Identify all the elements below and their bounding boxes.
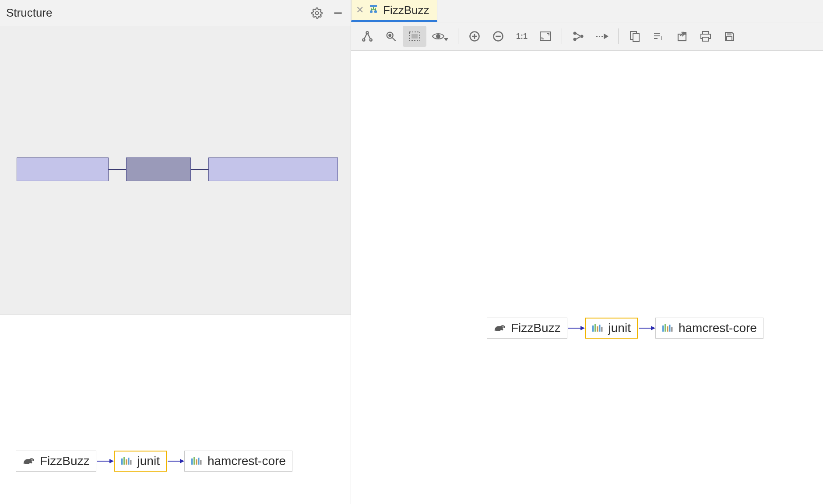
copy-button[interactable] — [623, 26, 647, 47]
overview-connector — [109, 169, 126, 170]
svg-marker-31 — [444, 38, 448, 41]
dependency-arrow-icon — [167, 457, 184, 466]
fit-window-button[interactable] — [534, 26, 557, 47]
toolbar-separator — [458, 28, 458, 44]
svg-marker-42 — [604, 34, 608, 38]
editor-toolbar: 1:1 — [351, 22, 823, 51]
library-icon — [592, 323, 604, 333]
dependency-node-fizzbuzz[interactable]: FizzBuzz — [487, 318, 567, 339]
svg-rect-62 — [601, 327, 603, 332]
svg-marker-21 — [375, 7, 376, 9]
svg-point-30 — [436, 35, 440, 38]
dependency-node-hamcrest-core[interactable]: hamcrest-core — [184, 451, 292, 472]
overview-connector — [191, 169, 208, 170]
overview-node[interactable] — [17, 158, 109, 181]
svg-point-2 — [32, 459, 32, 460]
gradle-icon — [22, 456, 35, 466]
svg-point-24 — [370, 39, 372, 41]
svg-point-38 — [574, 32, 576, 35]
dependency-node-junit[interactable]: junit — [585, 318, 638, 339]
gradle-icon — [493, 323, 506, 333]
svg-text:I: I — [661, 35, 662, 42]
overview-node-selected[interactable] — [126, 158, 191, 181]
svg-rect-12 — [191, 458, 193, 465]
svg-rect-8 — [128, 458, 130, 465]
dependency-node-label: junit — [137, 454, 160, 468]
app-root: Structure — [0, 0, 823, 504]
actual-size-button[interactable]: 1:1 — [510, 26, 534, 47]
dependency-node-hamcrest-core[interactable]: hamcrest-core — [655, 318, 763, 339]
layout-button[interactable] — [566, 26, 590, 47]
overview-node[interactable] — [208, 158, 338, 181]
minimize-icon[interactable] — [331, 7, 345, 20]
tab-fizzbuzz[interactable]: ✕ FizzBuzz — [351, 0, 437, 22]
library-icon — [191, 456, 203, 466]
dependency-node-fizzbuzz[interactable]: FizzBuzz — [16, 451, 96, 472]
svg-rect-17 — [370, 5, 377, 7]
gear-icon[interactable] — [310, 7, 324, 20]
diagram-canvas[interactable]: FizzBuzz — [351, 51, 823, 504]
svg-rect-60 — [597, 326, 598, 332]
structure-panel-header-actions — [310, 7, 345, 20]
zoom-in-button[interactable] — [463, 26, 486, 47]
save-button[interactable] — [717, 26, 741, 47]
dependency-node-label: FizzBuzz — [40, 454, 90, 468]
dependency-arrow-icon — [96, 457, 114, 466]
close-icon[interactable]: ✕ — [356, 5, 364, 15]
show-paths-root-button[interactable] — [355, 26, 379, 47]
toolbar-separator — [618, 28, 619, 44]
editor-panel: ✕ FizzBuzz — [351, 0, 823, 504]
svg-rect-44 — [633, 34, 639, 42]
export-button[interactable] — [670, 26, 694, 47]
svg-rect-49 — [678, 34, 686, 41]
structure-panel: Structure — [0, 0, 351, 504]
svg-rect-52 — [703, 37, 709, 41]
dependency-arrow-icon — [567, 324, 585, 332]
svg-rect-6 — [123, 457, 125, 465]
edit-button[interactable]: I — [647, 26, 670, 47]
svg-rect-61 — [599, 325, 601, 332]
library-icon — [662, 323, 674, 333]
svg-marker-11 — [180, 459, 184, 463]
toolbar-separator — [562, 28, 562, 44]
tab-label: FizzBuzz — [383, 4, 429, 17]
svg-rect-54 — [727, 37, 732, 40]
dependency-node-label: junit — [608, 321, 631, 335]
fit-content-button[interactable] — [403, 26, 426, 47]
svg-rect-58 — [592, 326, 594, 332]
svg-point-55 — [503, 326, 503, 327]
svg-point-23 — [362, 39, 365, 41]
structure-panel-title: Structure — [6, 6, 310, 20]
diagram-icon — [368, 4, 379, 17]
orientation-button[interactable] — [590, 26, 614, 47]
zoom-to-selected-button[interactable] — [379, 26, 403, 47]
editor-tab-strip: ✕ FizzBuzz — [351, 0, 823, 22]
dependency-node-junit[interactable]: junit — [114, 451, 167, 472]
svg-marker-20 — [371, 7, 372, 9]
svg-point-22 — [366, 32, 368, 34]
svg-marker-57 — [580, 326, 585, 330]
dependency-node-label: FizzBuzz — [511, 321, 561, 335]
preview-button[interactable] — [426, 26, 454, 47]
svg-rect-13 — [193, 457, 195, 465]
print-button[interactable] — [694, 26, 717, 47]
svg-marker-4 — [109, 459, 114, 463]
dependency-node-label: hamcrest-core — [679, 321, 757, 335]
structure-detail-area[interactable]: FizzBuzz — [0, 315, 351, 504]
svg-point-27 — [389, 34, 391, 36]
svg-rect-14 — [196, 459, 197, 465]
svg-rect-15 — [198, 458, 200, 465]
svg-rect-19 — [374, 10, 377, 13]
svg-rect-16 — [200, 460, 202, 465]
svg-point-0 — [316, 11, 319, 14]
zoom-out-button[interactable] — [486, 26, 510, 47]
svg-rect-29 — [412, 35, 417, 38]
structure-panel-header: Structure — [0, 0, 351, 26]
structure-overview-area[interactable] — [0, 26, 351, 315]
dependency-node-label: hamcrest-core — [208, 454, 286, 468]
svg-rect-69 — [671, 327, 673, 332]
dependency-chain: FizzBuzz — [487, 318, 763, 339]
svg-point-39 — [574, 38, 576, 41]
svg-rect-65 — [662, 326, 664, 332]
svg-rect-68 — [669, 325, 671, 332]
